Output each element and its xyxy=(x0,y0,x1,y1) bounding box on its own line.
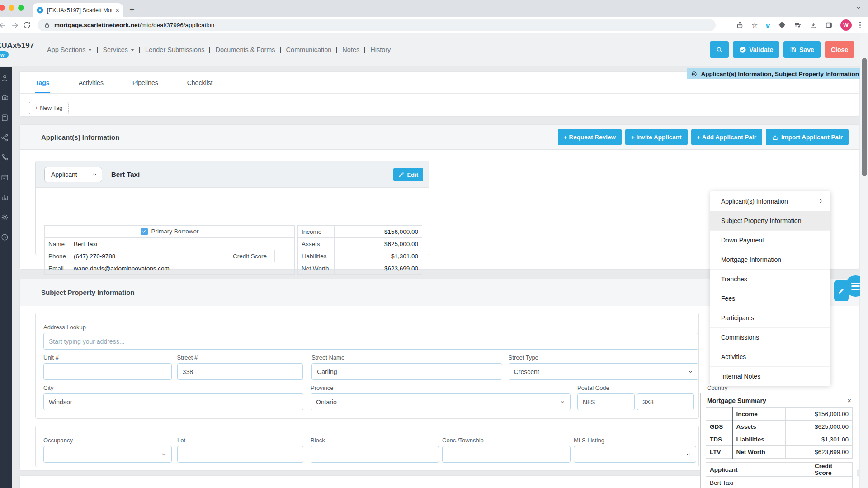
province-select[interactable]: Ontario xyxy=(311,393,571,410)
postal-code-input-1[interactable] xyxy=(577,393,635,410)
menu-item-down-payment[interactable]: Down Payment xyxy=(710,230,830,250)
street-type-select[interactable]: Crescent xyxy=(509,363,698,380)
liabilities-label: Liabilities xyxy=(298,250,335,262)
net-worth-label: Net Worth xyxy=(732,446,786,459)
lot-input[interactable] xyxy=(177,446,303,463)
menu-item-commissions[interactable]: Commissions xyxy=(710,327,830,347)
liabilities-value: $1,301.00 xyxy=(786,433,853,446)
new-tag-button[interactable]: + New Tag xyxy=(29,102,69,114)
postal-code-input-2[interactable] xyxy=(637,393,694,410)
new-tab-button[interactable]: + xyxy=(129,5,135,14)
close-button[interactable]: Close xyxy=(825,41,854,58)
menu-item-participants[interactable]: Participants xyxy=(710,308,830,327)
add-applicant-pair-button[interactable]: + Add Applicant Pair xyxy=(691,129,762,145)
close-icon[interactable]: × xyxy=(847,397,851,404)
deal-block: XUAx5197 New xyxy=(0,41,46,58)
bar-chart-icon[interactable] xyxy=(0,193,9,202)
import-applicant-pair-button[interactable]: Import Applicant Pair xyxy=(766,129,849,145)
occupancy-select[interactable] xyxy=(43,446,172,463)
maximize-window-button[interactable] xyxy=(18,5,24,11)
address-lookup-input[interactable] xyxy=(43,333,698,350)
gear-icon[interactable] xyxy=(0,213,9,222)
calculator-icon[interactable] xyxy=(0,114,9,122)
reload-icon[interactable] xyxy=(23,21,31,29)
conc-township-input[interactable] xyxy=(442,446,571,463)
chevron-down-icon xyxy=(560,399,565,404)
profile-avatar[interactable]: W xyxy=(840,19,852,31)
invite-applicant-button[interactable]: + Invite Applicant xyxy=(625,129,688,145)
tab-tags[interactable]: Tags xyxy=(35,72,50,93)
menu-item-mortgage-information[interactable]: Mortgage Information xyxy=(710,250,830,269)
email-value: wane.davis@axiominnovatons.com xyxy=(70,262,295,275)
nav-documents-forms[interactable]: Documents & Forms xyxy=(215,46,275,53)
street-no-label: Street # xyxy=(177,354,303,361)
share-nodes-icon[interactable] xyxy=(0,133,9,142)
url-text: mortgage.scarlettnetwork.net/mtg/deal/37… xyxy=(54,22,214,28)
summary-applicant-name: Bert Taxi xyxy=(706,477,811,488)
chevron-right-icon xyxy=(818,199,823,204)
nav-services[interactable]: Services xyxy=(103,46,134,53)
primary-borrower-checkbox[interactable] xyxy=(141,228,148,235)
email-label: Email xyxy=(45,262,70,275)
id-card-icon[interactable] xyxy=(0,173,9,182)
nav-notes[interactable]: Notes xyxy=(342,46,359,53)
menu-item-subject-property[interactable]: Subject Property Information xyxy=(710,211,830,230)
nav-app-sections[interactable]: App Sections xyxy=(47,46,92,53)
menu-item-tranches[interactable]: Tranches xyxy=(710,269,830,289)
unit-input[interactable] xyxy=(43,363,172,380)
tab-checklist[interactable]: Checklist xyxy=(187,72,213,93)
nav-communication[interactable]: Communication xyxy=(286,46,332,53)
tab-activities[interactable]: Activities xyxy=(79,72,104,93)
block-label: Block xyxy=(311,437,439,444)
favicon xyxy=(36,6,44,14)
url-path: /mtg/deal/37996/application xyxy=(140,22,214,28)
download-icon[interactable] xyxy=(809,21,817,29)
page-scrollbar[interactable] xyxy=(860,33,868,488)
request-review-button[interactable]: + Request Review xyxy=(558,129,622,145)
mls-listing-select[interactable] xyxy=(574,446,696,463)
nav-history[interactable]: History xyxy=(370,46,391,53)
menu-item-applicant-information[interactable]: Applicant(s) Information xyxy=(710,191,830,211)
vimeo-extension-icon[interactable]: v xyxy=(765,21,770,29)
tab-close-icon[interactable]: × xyxy=(115,7,119,14)
bookmark-star-icon[interactable]: ☆ xyxy=(751,22,758,29)
phone-icon[interactable] xyxy=(0,153,9,162)
street-name-label: Street Name xyxy=(311,354,502,361)
menu-item-internal-notes[interactable]: Internal Notes xyxy=(710,366,830,386)
clock-icon[interactable] xyxy=(0,233,9,242)
new-badge: New xyxy=(0,51,9,58)
edit-applicant-button[interactable]: Edit xyxy=(393,168,423,181)
back-icon[interactable] xyxy=(0,21,7,30)
tab-search-chevron-icon[interactable] xyxy=(855,5,862,11)
street-no-input[interactable] xyxy=(177,363,303,380)
person-icon[interactable] xyxy=(0,74,9,82)
bank-icon[interactable] xyxy=(0,94,9,102)
browser-tab[interactable]: [EXUAx5197] Scarlett Mortgag × xyxy=(33,3,123,17)
playlist-extension-icon[interactable] xyxy=(793,21,802,29)
city-input[interactable] xyxy=(43,393,303,410)
url-bar[interactable]: mortgage.scarlettnetwork.net/mtg/deal/37… xyxy=(38,19,716,31)
scrollbar-thumb[interactable] xyxy=(862,58,867,176)
block-input[interactable] xyxy=(311,446,439,463)
menu-item-activities[interactable]: Activities xyxy=(710,347,830,366)
minimize-window-button[interactable] xyxy=(9,5,14,11)
chrome-menu-icon[interactable] xyxy=(859,22,861,29)
tab-pipelines[interactable]: Pipelines xyxy=(132,72,158,93)
street-name-input[interactable] xyxy=(311,363,502,380)
close-window-button[interactable] xyxy=(0,5,5,11)
extensions-puzzle-icon[interactable] xyxy=(778,21,786,29)
assets-label: Assets xyxy=(732,421,786,433)
forward-icon[interactable] xyxy=(10,21,19,30)
left-icon-rail xyxy=(0,67,12,488)
nav-lender-submissions[interactable]: Lender Submissions xyxy=(145,46,204,53)
credit-score-column-header: Credit Score xyxy=(811,463,853,477)
search-button[interactable] xyxy=(710,41,729,58)
share-icon[interactable] xyxy=(736,21,744,29)
applicant-role-select[interactable]: Applicant xyxy=(44,167,102,182)
side-panel-icon[interactable] xyxy=(825,21,833,29)
applicant-name: Bert Taxi xyxy=(111,171,140,178)
validate-button[interactable]: Validate xyxy=(733,41,779,58)
summary-applicants-table: Applicant Credit Score Bert Taxi xyxy=(706,462,853,488)
save-button[interactable]: Save xyxy=(783,41,821,58)
menu-item-fees[interactable]: Fees xyxy=(710,289,830,308)
